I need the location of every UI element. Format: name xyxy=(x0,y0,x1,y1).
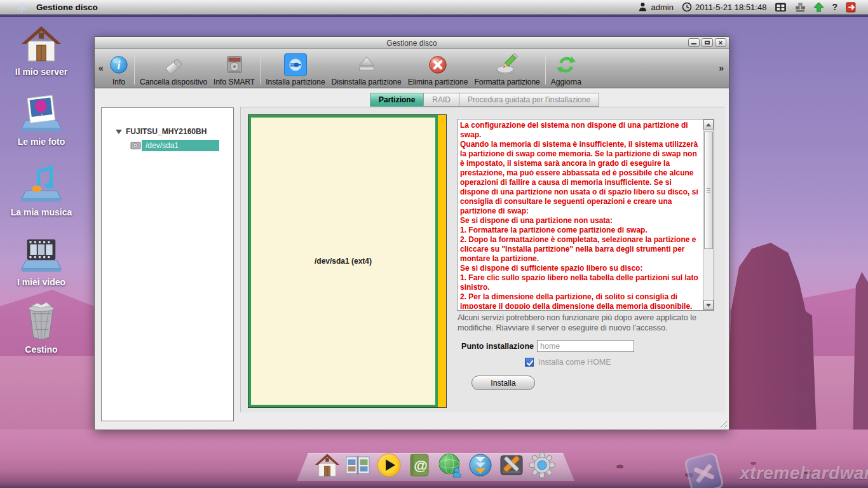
eraser-icon xyxy=(162,53,185,76)
watermark-text: xtremehardware.it xyxy=(740,463,868,484)
desktop-icon-label: I miei video xyxy=(17,277,65,287)
app-grid-icon[interactable] xyxy=(775,2,787,13)
dock-photo-album-icon[interactable] xyxy=(344,452,371,478)
workgroup-icon[interactable] xyxy=(795,3,806,12)
delete-x-icon xyxy=(428,55,448,75)
tab-raid[interactable]: RAID xyxy=(423,93,459,107)
toolbar-format-partition-button[interactable]: Formatta partizione xyxy=(471,51,543,86)
clock-icon xyxy=(682,2,692,12)
partition-block-sda1[interactable]: /dev/sda1 (ext4) xyxy=(248,115,438,407)
toolbar-delete-partition-button[interactable]: Elimina partizione xyxy=(405,51,471,86)
desktop-icon-label: Il mio server xyxy=(15,67,68,77)
mount-point-label: Punto installazione xyxy=(451,342,534,351)
datetime-text: 2011-5-21 18:51:48 xyxy=(695,3,767,12)
video-icon xyxy=(20,233,62,275)
device-name: FUJITSU_MHY2160BH xyxy=(126,127,207,136)
partition-map[interactable]: /dev/sda1 (ext4) xyxy=(248,114,447,408)
toolbar-scroll-right[interactable]: » xyxy=(719,63,724,73)
clock-widget: 2011-5-21 18:51:48 xyxy=(682,2,767,12)
system-logo-icon[interactable] xyxy=(17,2,27,13)
toolbar-unmount-partition-button[interactable]: Disinstalla partizione xyxy=(329,51,405,86)
desktop-icon-my-server[interactable]: Il mio server xyxy=(3,23,79,77)
logout-icon[interactable] xyxy=(846,2,857,13)
dock-media-player-icon[interactable] xyxy=(376,452,402,478)
desktop: Gestione disco admin 2011-5-21 18:51:48 … xyxy=(0,0,868,488)
minimize-button[interactable] xyxy=(688,38,700,47)
dock-disk-utility-icon[interactable] xyxy=(498,452,525,478)
partition-tab-content: /dev/sda1 (ext4) La configurazione del s… xyxy=(240,107,725,412)
partition-name-selected: /dev/sda1 xyxy=(142,140,219,151)
window-title: Gestione disco xyxy=(95,39,729,48)
info-icon xyxy=(109,55,129,75)
disk-icon xyxy=(130,140,141,150)
house-icon xyxy=(20,23,62,65)
desktop-icon-my-videos[interactable]: I miei video xyxy=(3,233,79,287)
device-tree-panel: FUJITSU_MHY2160BH /dev/sda1 xyxy=(101,107,234,421)
tab-partition[interactable]: Partizione xyxy=(370,93,423,107)
user-menu[interactable]: admin xyxy=(638,2,673,12)
window-titlebar[interactable]: Gestione disco × xyxy=(95,37,729,49)
dock-contacts-icon[interactable] xyxy=(406,452,433,478)
top-menu-bar: Gestione disco admin 2011-5-21 18:51:48 … xyxy=(0,0,868,15)
mount-as-home-label: Installa come HOME xyxy=(538,358,611,367)
topbar-accent-line xyxy=(0,15,868,17)
smart-disk-icon xyxy=(224,54,245,76)
plug-icon xyxy=(286,55,305,74)
mount-point-input[interactable] xyxy=(537,340,634,352)
format-pencil-icon xyxy=(496,53,519,76)
dock-network-chat-icon[interactable] xyxy=(437,452,463,478)
desktop-icon-my-music[interactable]: La mia musica xyxy=(3,163,79,217)
toolbar-refresh-button[interactable]: Aggiorna xyxy=(548,51,585,86)
desktop-icon-trash[interactable]: Cestino xyxy=(3,301,79,355)
refresh-icon xyxy=(556,55,576,75)
selected-tool-highlight xyxy=(284,53,307,76)
toolbar-info-button[interactable]: Info xyxy=(105,51,132,86)
tab-bar: Partizione RAID Procedura guidata per l'… xyxy=(370,93,599,107)
dock-home-icon[interactable] xyxy=(314,452,341,478)
trash-icon xyxy=(20,301,62,342)
mount-as-home-checkbox[interactable] xyxy=(525,358,534,367)
window-toolbar: « » Info Cancella dispositivo Info SMART xyxy=(95,49,729,88)
toolbar-separator xyxy=(260,55,261,85)
service-restart-notice: Alcuni servizi potrebbero non funzionare… xyxy=(458,313,721,333)
upload-arrow-icon[interactable] xyxy=(814,3,824,12)
toolbar-smart-info-button[interactable]: Info SMART xyxy=(210,51,258,86)
scroll-down-button[interactable] xyxy=(703,300,714,310)
scroll-up-button[interactable] xyxy=(703,119,714,130)
tree-partition-node[interactable]: /dev/sda1 xyxy=(130,139,219,151)
toolbar-scroll-left[interactable]: « xyxy=(98,63,104,73)
swap-warning-text: La configurazione del sistema non dispon… xyxy=(460,121,700,309)
disk-management-window: Gestione disco × « » Info Cancella dispo… xyxy=(94,36,729,430)
install-button[interactable]: Installa xyxy=(471,376,535,390)
partition-block-label: /dev/sda1 (ext4) xyxy=(315,257,372,266)
swap-warning-panel: La configurazione del sistema non dispon… xyxy=(457,119,714,311)
close-button[interactable]: × xyxy=(715,38,726,47)
toolbar-mount-partition-button[interactable]: Installa partizione xyxy=(262,51,328,86)
maximize-button[interactable] xyxy=(702,38,713,47)
music-icon xyxy=(20,163,62,205)
user-icon xyxy=(638,2,648,12)
help-icon[interactable]: ? xyxy=(832,2,837,12)
dock-settings-icon[interactable] xyxy=(529,452,555,478)
photos-icon xyxy=(20,93,62,135)
toolbar-separator xyxy=(134,55,135,85)
desktop-icon-label: La mia musica xyxy=(11,207,72,217)
toolbar-erase-device-button[interactable]: Cancella dispositivo xyxy=(137,51,210,86)
topbar-app-title: Gestione disco xyxy=(36,3,98,12)
scrollbar-thumb[interactable] xyxy=(704,132,713,249)
scrollbar[interactable] xyxy=(703,119,714,310)
tab-install-wizard[interactable]: Procedura guidata per l'installazione xyxy=(459,93,599,107)
tree-device-node[interactable]: FUJITSU_MHY2160BH xyxy=(116,127,207,136)
desktop-icon-my-photos[interactable]: Le mie foto xyxy=(3,93,79,147)
dock-downloads-icon[interactable] xyxy=(467,452,494,478)
desktop-icon-label: Cestino xyxy=(25,344,57,355)
tree-expand-icon[interactable] xyxy=(116,130,122,134)
toolbar-separator xyxy=(545,55,546,85)
eject-icon xyxy=(356,54,377,76)
window-resize-grip[interactable] xyxy=(719,419,727,428)
desktop-icon-label: Le mie foto xyxy=(18,137,65,147)
user-name: admin xyxy=(651,3,673,12)
